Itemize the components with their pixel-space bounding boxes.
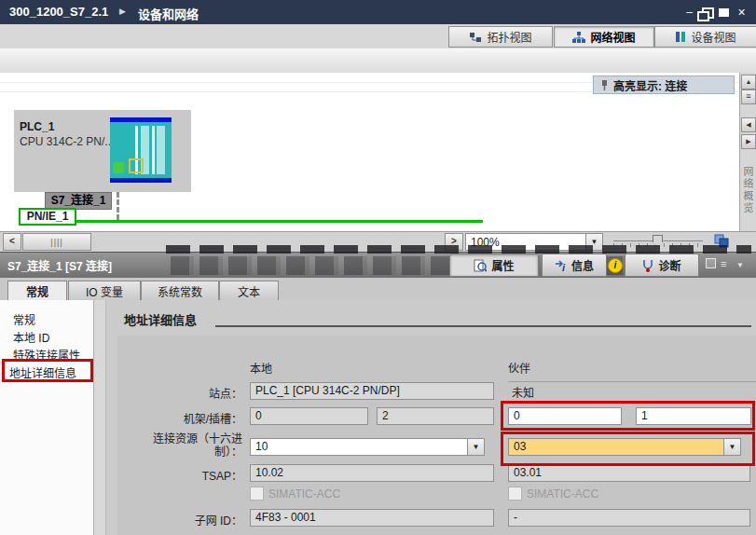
- subnet-label[interactable]: PN/IE_1: [19, 208, 76, 226]
- network-toolbar: 网络 连接 S7 连接 ▼ NAME: [0, 48, 756, 74]
- rack-slot-label: 机架/插槽：: [110, 410, 242, 426]
- scroll-right-button[interactable]: >: [445, 233, 463, 251]
- tsap-partner-field: 03.01: [508, 464, 750, 482]
- tab-info[interactable]: i 信息: [542, 254, 607, 277]
- inspector-title: S7_连接_1 [S7 连接]: [7, 257, 112, 273]
- network-view-icon: [572, 32, 585, 43]
- nav-scrollbar[interactable]: [94, 300, 106, 535]
- float-panel-icon[interactable]: [706, 258, 716, 270]
- simatic-acc-local-checkbox[interactable]: [250, 487, 264, 501]
- zoom-level-value: 100%: [466, 236, 585, 249]
- title-bar: 300_1200_S7_2.1 ▶ 设备和网络 – ×: [0, 0, 756, 24]
- section-title: 地址详细信息: [124, 310, 197, 328]
- tsap-label: TSAP：: [110, 467, 242, 483]
- subtab-general[interactable]: 常规: [7, 281, 67, 301]
- resource-partner-value: 03: [509, 439, 723, 455]
- plc-model: CPU 314C-2 PN/...: [20, 135, 114, 148]
- collapse-left-button[interactable]: ◀: [741, 117, 756, 132]
- scroll-up-button[interactable]: ▲: [741, 75, 756, 89]
- tab-label: 网络视图: [590, 29, 635, 45]
- local-slot-field: 2: [377, 407, 494, 425]
- collapse-panel-icon[interactable]: ▼: [736, 261, 744, 269]
- simatic-acc-partner-checkbox[interactable]: [508, 487, 522, 501]
- subnet-id-label: 子网 ID：: [110, 512, 242, 528]
- breadcrumb-project[interactable]: 300_1200_S7_2.1: [9, 5, 108, 19]
- float-icon: [697, 11, 709, 21]
- tia-portal-window: 300_1200_S7_2.1 ▶ 设备和网络 – × 拓扑视图 网络视图 设备…: [0, 0, 756, 535]
- tab-topology-view[interactable]: 拓扑视图: [448, 26, 553, 48]
- tab-device-view[interactable]: 设备视图: [654, 26, 756, 48]
- menu-icon[interactable]: ≡: [721, 258, 726, 269]
- view-tab-bar: 拓扑视图 网络视图 设备视图: [0, 24, 756, 49]
- chevron-down-icon[interactable]: ▼: [467, 439, 484, 455]
- subtab-system-constants[interactable]: 系统常数: [141, 281, 219, 300]
- section-divider: [215, 325, 751, 327]
- splitter-grip[interactable]: ≡: [741, 89, 756, 104]
- plc-name: PLC_1: [20, 120, 54, 133]
- canvas-status-bar: [0, 231, 756, 253]
- scroll-left-button[interactable]: <: [3, 233, 21, 251]
- tab-properties[interactable]: 属性: [449, 254, 539, 277]
- cpu-image[interactable]: [110, 117, 172, 183]
- network-overview-tab[interactable]: 网络概览: [742, 155, 755, 226]
- resource-local-select[interactable]: 10 ▼: [250, 438, 485, 456]
- chevron-down-icon[interactable]: ▼: [723, 439, 740, 455]
- tab-label: 属性: [491, 257, 514, 273]
- subnet-line[interactable]: [73, 220, 483, 223]
- subnet-local-field: 4F83 - 0001: [250, 509, 494, 527]
- station-label: 站点：: [110, 385, 242, 401]
- profinet-port-icon: [113, 162, 124, 173]
- network-canvas[interactable]: PLC_1 CPU 314C-2 PN/... S7_连接_1 PN/IE_1: [0, 99, 739, 231]
- tab-network-view[interactable]: 网络视图: [554, 26, 654, 48]
- chevron-down-icon[interactable]: ▼: [585, 234, 602, 250]
- nav-item-local-id[interactable]: 本地 ID: [13, 329, 49, 344]
- tab-label: 设备视图: [691, 29, 735, 45]
- highlight-connection-label: 高亮显示: 连接: [613, 77, 687, 93]
- horizontal-scrollbar-thumb[interactable]: ||||: [22, 233, 91, 251]
- maximize-button[interactable]: [719, 8, 729, 17]
- simatic-acc-local-label: SIMATIC-ACC: [268, 487, 340, 501]
- fit-view-icon: [713, 233, 730, 249]
- minimize-button[interactable]: –: [683, 7, 695, 18]
- mpi-port-icon: [129, 158, 144, 173]
- subnet-partner-field: -: [508, 509, 750, 527]
- info-icon: i: [555, 259, 567, 272]
- local-rack-field: 0: [250, 407, 368, 425]
- tsap-local-field: 10.02: [250, 464, 494, 482]
- svg-text:i: i: [562, 262, 566, 272]
- close-button[interactable]: ×: [735, 7, 748, 18]
- breadcrumb-arrow-icon: ▶: [119, 7, 126, 16]
- station-partner-field: 未知: [508, 381, 756, 400]
- tab-label: 拓扑视图: [487, 29, 531, 45]
- zoom-level-select[interactable]: 100% ▼: [465, 233, 603, 251]
- resource-partner-select[interactable]: 03 ▼: [508, 438, 741, 456]
- nav-item-special-properties[interactable]: 特殊连接属性: [13, 347, 80, 362]
- simatic-acc-partner-label: SIMATIC-ACC: [527, 487, 598, 501]
- subtab-io-tags[interactable]: IO 变量: [68, 281, 141, 300]
- subtab-texts[interactable]: 文本: [219, 281, 279, 300]
- resource-label-line2: 制）：: [110, 443, 242, 459]
- breadcrumb-page[interactable]: 设备和网络: [138, 5, 199, 22]
- resource-local-value: 10: [251, 439, 467, 455]
- plc-device[interactable]: PLC_1 CPU 314C-2 PN/...: [14, 110, 191, 192]
- collapse-right-button[interactable]: ▶: [741, 134, 756, 149]
- topology-view-icon: [469, 32, 482, 43]
- column-header-local: 本地: [250, 360, 272, 376]
- fit-view-button[interactable]: [713, 233, 730, 249]
- tab-diagnostics[interactable]: 诊断: [625, 254, 699, 277]
- device-view-icon: [675, 31, 686, 43]
- nav-item-address-details[interactable]: 地址详细信息: [9, 364, 76, 379]
- info-warning-badge: i: [608, 258, 623, 273]
- properties-icon: [474, 259, 487, 272]
- connection-dashed-line: [117, 192, 119, 220]
- station-local-field: PLC_1 [CPU 314C-2 PN/DP]: [250, 382, 494, 400]
- column-header-partner: 伙伴: [508, 360, 530, 376]
- partner-slot-field[interactable]: 1: [636, 407, 751, 425]
- diagnostics-icon: [642, 259, 653, 272]
- pin-icon: [599, 79, 609, 91]
- tab-label: 诊断: [658, 257, 680, 273]
- highlight-connection-chip[interactable]: 高亮显示: 连接: [593, 75, 735, 94]
- partner-rack-field[interactable]: 0: [508, 407, 622, 425]
- nav-item-general[interactable]: 常规: [13, 311, 35, 326]
- tab-label: 信息: [571, 257, 594, 273]
